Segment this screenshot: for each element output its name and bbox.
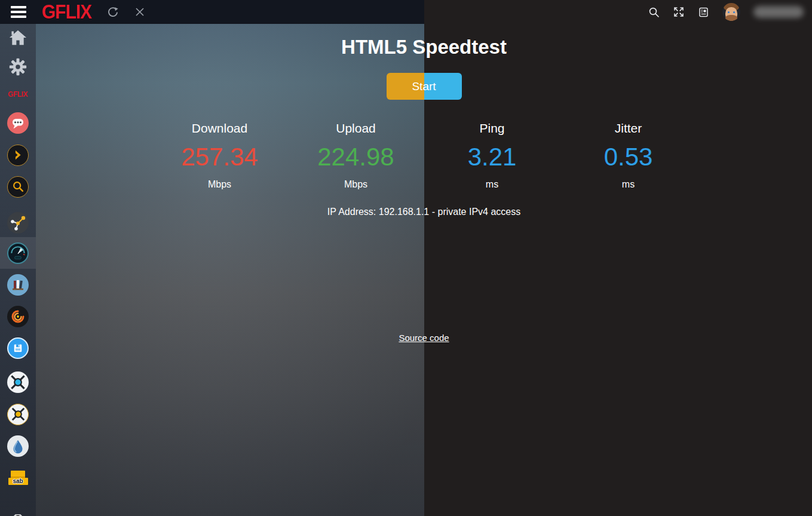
metric-download: Download 257.34 Mbps <box>152 121 288 191</box>
page-title: HTML5 Speedtest <box>36 36 812 59</box>
jackett-icon <box>8 513 27 516</box>
source-code-link[interactable]: Source code <box>399 333 449 343</box>
network-nodes-icon <box>7 212 29 234</box>
news-icon[interactable] <box>698 7 709 18</box>
sidebar-item-network-nodes[interactable] <box>0 207 36 238</box>
speedtest-gauge-icon <box>7 242 29 264</box>
sidebar-item-radarr[interactable] <box>0 398 36 430</box>
metric-unit: Mbps <box>288 178 424 191</box>
username-blurred[interactable] <box>753 6 804 18</box>
search-app-icon <box>7 176 29 198</box>
start-button-label: Start <box>412 80 436 93</box>
metric-unit: ms <box>424 178 560 191</box>
metric-jitter: Jitter 0.53 ms <box>560 121 697 191</box>
metric-value: 257.34 <box>152 141 288 173</box>
sidebar-item-sabnzbd[interactable]: sab <box>0 462 36 493</box>
avatar-eye <box>728 11 730 13</box>
gflix-mini-logo: GFLIX <box>8 90 28 99</box>
sidebar-item-chat[interactable] <box>0 107 36 139</box>
radarr-icon <box>7 404 29 425</box>
sidebar-item-gflix[interactable]: GFLIX <box>0 78 36 110</box>
user-avatar[interactable] <box>722 3 740 21</box>
sabnzbd-icon: sab <box>8 471 28 485</box>
sidebar-item-speedtest[interactable] <box>0 237 36 269</box>
gflix-logo[interactable]: GFLIX <box>42 1 91 23</box>
refresh-icon[interactable] <box>107 6 119 18</box>
bookshelf-icon <box>7 274 29 296</box>
sidebar-item-jackett[interactable] <box>0 493 36 516</box>
metric-label: Ping <box>424 121 560 136</box>
fullscreen-expand-icon[interactable] <box>673 6 685 18</box>
source-code-wrap: Source code <box>36 333 812 343</box>
sidebar-item-sonarr[interactable] <box>0 366 36 398</box>
metric-ping: Ping 3.21 ms <box>424 121 560 191</box>
sidebar-item-bookshelf[interactable] <box>0 269 36 300</box>
topbar-right <box>424 0 812 24</box>
metric-value: 3.21 <box>424 141 560 173</box>
sidebar-item-floppy[interactable] <box>0 332 36 364</box>
sab-hat <box>11 471 25 478</box>
sidebar-item-deluge[interactable] <box>0 430 36 462</box>
start-button[interactable]: Start <box>387 73 462 100</box>
sidebar-item-plex[interactable] <box>0 139 36 171</box>
sidebar: GFLIX <box>0 24 36 516</box>
chat-bubble-icon <box>7 112 29 134</box>
gear-icon <box>9 58 27 76</box>
screen: GFLIX <box>0 0 812 516</box>
sonarr-icon <box>7 371 29 393</box>
metric-label: Download <box>152 121 288 136</box>
metric-value: 224.98 <box>288 141 424 173</box>
ip-address-line: IP Address: 192.168.1.1 - private IPv4 a… <box>36 207 812 217</box>
sidebar-item-search-app[interactable] <box>0 171 36 202</box>
home-icon <box>8 29 27 47</box>
metric-unit: Mbps <box>152 178 288 191</box>
search-icon[interactable] <box>648 7 660 18</box>
close-icon[interactable] <box>134 7 145 17</box>
plex-icon <box>7 145 29 166</box>
floppy-disk-icon <box>7 337 29 359</box>
metric-label: Upload <box>288 121 424 136</box>
sab-label: sab <box>8 478 28 485</box>
metrics-row: Download 257.34 Mbps Upload 224.98 Mbps … <box>152 121 697 191</box>
speedtest-panel: HTML5 Speedtest Start Download 257.34 Mb… <box>36 24 812 516</box>
metric-label: Jitter <box>560 121 697 136</box>
topbar: GFLIX <box>0 0 424 24</box>
metric-unit: ms <box>560 178 697 191</box>
deluge-drop-icon <box>7 435 29 457</box>
avatar-beard <box>725 15 737 21</box>
grafana-icon <box>7 306 29 327</box>
sidebar-item-grafana[interactable] <box>0 300 36 332</box>
metric-upload: Upload 224.98 Mbps <box>288 121 424 191</box>
metric-value: 0.53 <box>560 141 697 173</box>
menu-icon[interactable] <box>11 6 26 18</box>
avatar-eye <box>733 11 735 13</box>
sidebar-item-home[interactable] <box>0 24 36 53</box>
